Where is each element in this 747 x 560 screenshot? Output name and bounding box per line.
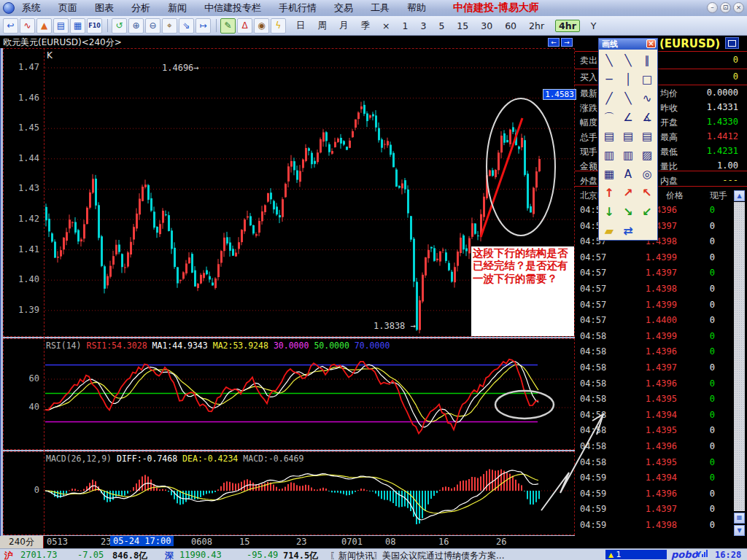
period-5[interactable]: 5 [437,20,446,31]
tick-row[interactable]: 04:581.43960 [575,441,735,453]
period-15[interactable]: 15 [455,20,470,31]
scroll-left-button[interactable]: ← [548,38,560,47]
tick-row[interactable]: 04:591.43970 [575,504,735,516]
scroll-grid-button[interactable]: ▦ [734,513,745,524]
arrow-up-left-tool[interactable]: ↖ [638,184,657,203]
cycle-circle-tool[interactable]: ◎ [638,165,657,184]
menu-item-5[interactable]: 中信建投专栏 [203,1,263,15]
menu-item-0[interactable]: 系统 [20,1,42,15]
line-chart-icon[interactable]: ∿ [20,18,35,34]
menu-item-2[interactable]: 图表 [93,1,115,15]
percent-lines-tool[interactable]: ▤ [619,127,638,146]
drag-hand-icon[interactable]: ⌖ [162,18,177,34]
arrow-down-left-tool[interactable]: ↙ [638,203,657,222]
horizontal-line-tool[interactable]: ─ [600,70,619,89]
tick-row[interactable]: 04:581.43940 [575,410,735,421]
tick-row[interactable]: 04:581.43950 [575,425,735,437]
tick-row[interactable]: 04:581.43970 [575,362,735,374]
close-button[interactable]: × [733,2,744,13]
news-ticker[interactable]: 〖新闻快讯〗美国众议院通过博纳债务方案... [330,550,504,560]
parallel-lines-tool[interactable]: ∥ [638,51,657,70]
panel-mode-button[interactable] [725,37,739,49]
period-30[interactable]: 30 [479,20,494,31]
tick-row[interactable]: 04:571.43990 [575,300,735,311]
menu-item-8[interactable]: 工具 [369,1,391,15]
period-1[interactable]: 1 [400,20,409,31]
period-3[interactable]: 3 [419,20,427,31]
tick-row[interactable]: 04:581.43990 [575,331,735,343]
angle-tool[interactable]: ∠ [619,108,638,127]
rectangle-tool[interactable]: □ [638,70,657,89]
page-switch-icon[interactable]: ⇘ [179,18,194,34]
menu-item-3[interactable]: 分析 [130,1,152,15]
minimize-button[interactable]: – [707,2,718,13]
empty-tool[interactable] [638,222,657,241]
back-icon[interactable]: ↩ [3,18,18,34]
period-4hr[interactable]: 4hr [555,20,580,32]
zoom-in-icon[interactable]: ⊕ [128,18,144,34]
tick-row[interactable]: 04:581.43960 [575,378,735,390]
report-icon[interactable]: ▦ [70,18,85,34]
fibonacci-timezone-tool[interactable]: ▦ [600,165,619,184]
time-tick[interactable]: 05-24 17:00 [110,536,174,546]
arrow-up-tool[interactable]: ↑ [600,184,619,203]
scroll-up-button[interactable]: ▲ [734,190,745,201]
scrollbar-track[interactable] [734,202,745,511]
palette-title-bar[interactable]: 画线 × [599,39,657,50]
tick-row[interactable]: 04:591.43940 [575,472,735,484]
draw-palette-window[interactable]: 画线 × ╲╲∥─│□╱╲∿⌒∠∡▤▤▤▥▥▨▦A◎↑↗↖↓↘↙▰⇄ [598,38,658,241]
period-季[interactable]: 季 [360,20,372,32]
golden-section-tool[interactable]: ▤ [600,127,619,146]
segment-line-tool[interactable]: ╲ [600,51,619,70]
menu-item-6[interactable]: 手机行情 [277,1,318,15]
zoom-out-icon[interactable]: ⊖ [145,18,160,34]
wave-line-tool[interactable]: ∿ [638,89,657,108]
vertical-line-tool[interactable]: │ [619,70,638,89]
gann-fan-tool[interactable]: ∡ [638,108,657,127]
lightning-icon[interactable]: ϟ [271,18,286,34]
trend-down-line-tool[interactable]: ╲ [619,89,638,108]
period-×[interactable]: × [381,20,391,31]
tick-row[interactable]: 04:581.43960 [575,346,735,358]
app-logo-icon[interactable] [3,2,15,14]
arrow-down-right-tool[interactable]: ↘ [619,203,638,222]
arrow-down-tool[interactable]: ↓ [600,203,619,222]
tick-row[interactable]: 04:581.43950 [575,457,735,469]
tick-row[interactable]: 04:571.44000 [575,315,735,327]
macd-chart[interactable] [44,451,574,534]
go-next-icon[interactable]: ↦ [196,18,211,34]
period-日[interactable]: 日 [295,20,307,32]
percent-lines-2-tool[interactable]: ▤ [638,127,657,146]
time-grid-tool[interactable]: ▥ [619,146,638,165]
menu-item-4[interactable]: 新闻 [166,1,188,15]
rsi-chart[interactable] [44,339,574,448]
tick-row[interactable]: 04:571.43990 [575,252,735,264]
period-60[interactable]: 60 [503,20,518,31]
vertical-grid-tool[interactable]: ▥ [600,146,619,165]
refresh-icon[interactable]: ↺ [112,18,127,34]
analyst-note[interactable]: 这段下行的结构是否已经完结？是否还有一波下行的需要？ [471,246,574,336]
alarm-bell-icon[interactable]: Δ [237,18,252,34]
trend-chart-icon[interactable]: ▲ [36,18,52,34]
text-tool-tool[interactable]: A [619,165,638,184]
trend-up-line-tool[interactable]: ╱ [600,89,619,108]
arc-tool[interactable]: ⌒ [600,108,619,127]
eraser-tool[interactable]: ▰ [600,222,619,241]
chat-users-icon[interactable]: ◉ [254,18,269,34]
alert-badge[interactable]: ▲ 1 [605,550,667,559]
line-settings-tool[interactable]: ⇄ [619,222,638,241]
tick-row[interactable]: 04:571.43980 [575,284,735,295]
f10-icon[interactable]: F10 [87,18,102,34]
period-周[interactable]: 周 [317,20,329,32]
period-月[interactable]: 月 [338,20,350,32]
scroll-right-button[interactable]: → [561,38,573,47]
restore-button[interactable]: ⊡ [720,2,731,13]
scroll-down-button[interactable]: ▼ [734,525,745,536]
palette-close-button[interactable]: × [646,39,656,48]
period-2hr[interactable]: 2hr [527,20,546,31]
period-Y[interactable]: Y [589,20,598,31]
arrow-up-right-tool[interactable]: ↗ [619,184,638,203]
menu-item-7[interactable]: 交易 [333,1,355,15]
draw-icon[interactable]: ✎ [220,18,236,34]
quote-list-icon[interactable]: ▤ [53,18,69,34]
